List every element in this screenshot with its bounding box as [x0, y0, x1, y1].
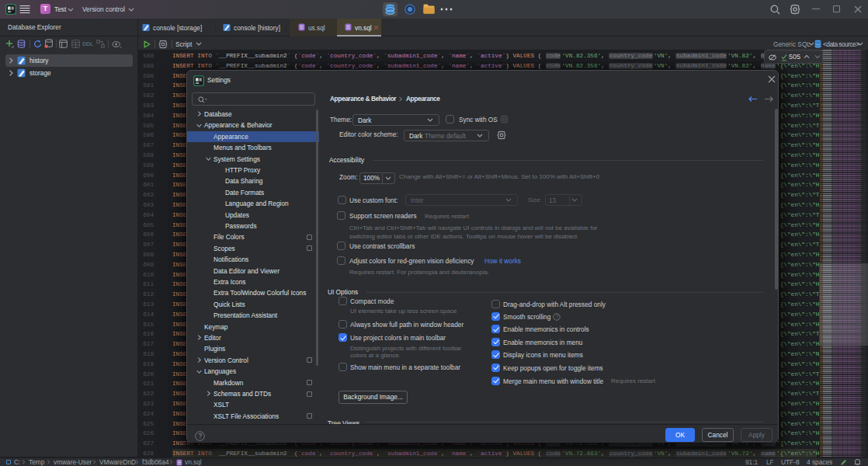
svg-text:?: ? [555, 314, 558, 319]
svg-text:?: ? [198, 432, 202, 440]
